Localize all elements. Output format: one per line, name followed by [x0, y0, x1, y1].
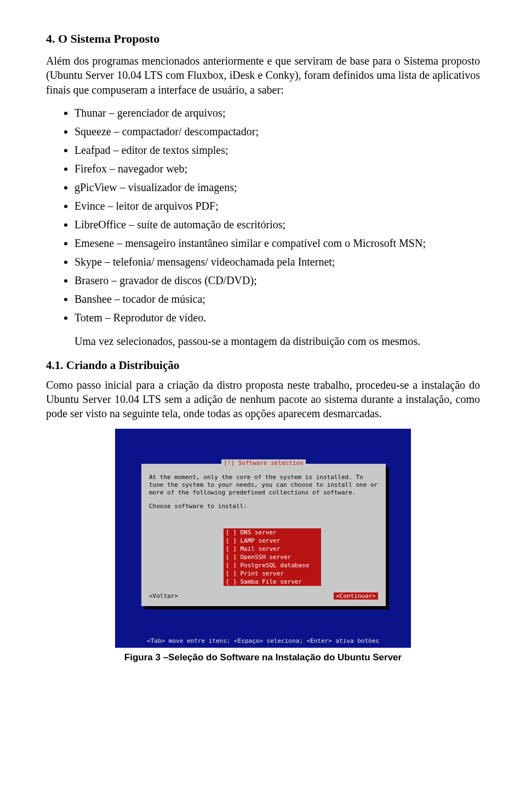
app-list-item: Evince – leitor de arquivos PDF; — [75, 198, 480, 215]
section-heading: 4. O Sistema Proposto — [46, 32, 480, 46]
section-intro: Além dos programas mencionados anteriorm… — [46, 54, 480, 97]
app-list-item: gPicView – visualizador de imagens; — [75, 179, 480, 196]
software-selection-dialog: [!] Software selection At the moment, on… — [141, 464, 386, 606]
continue-button[interactable]: <Continuar> — [334, 592, 378, 600]
dialog-description: At the moment, only the core of the syst… — [149, 474, 378, 497]
installer-screenshot: [!] Software selection At the moment, on… — [115, 429, 411, 648]
app-list-item: Leafpad – editor de textos simples; — [75, 142, 480, 159]
dialog-title: [!] Software selection — [141, 459, 386, 467]
app-list-item: LibreOffice – suíte de automação de escr… — [75, 216, 480, 233]
software-option[interactable]: [ ] Mail server — [224, 545, 321, 553]
app-list-item: Squeeze – compactador/ descompactador; — [75, 123, 480, 140]
software-options-list[interactable]: [ ] DNS server [ ] LAMP server [ ] Mail … — [224, 528, 321, 586]
after-list-text: Uma vez selecionados, passou-se a montag… — [75, 334, 480, 348]
software-option[interactable]: [ ] Print server — [224, 569, 321, 578]
software-option[interactable]: [ ] LAMP server — [224, 537, 321, 545]
app-list-item: Thunar – gerenciador de arquivos; — [75, 105, 480, 122]
software-option[interactable]: [ ] OpenSSH server — [224, 553, 321, 561]
subsection-heading: 4.1. Criando a Distribuição — [46, 359, 480, 372]
app-list-item: Emesene – mensageiro instantâneo similar… — [75, 235, 480, 252]
dialog-title-text: [!] Software selection — [221, 459, 306, 467]
app-list-item: Brasero – gravador de discos (CD/DVD); — [75, 272, 480, 289]
software-option[interactable]: [ ] PostgreSQL database — [224, 561, 321, 569]
app-list-item: Skype – telefonia/ mensagens/ videochama… — [75, 254, 480, 270]
software-option[interactable]: [ ] Samba File server — [224, 578, 321, 586]
app-list: Thunar – gerenciador de arquivos; Squeez… — [46, 105, 480, 326]
subsection-para: Como passo inicial para a criação da dis… — [46, 378, 480, 421]
dialog-choose-label: Choose software to install: — [149, 503, 378, 510]
app-list-item: Totem – Reprodutor de vídeo. — [75, 309, 480, 326]
app-list-item: Banshee – tocador de música; — [75, 291, 480, 308]
back-button[interactable]: <Voltar> — [149, 592, 178, 600]
app-list-item: Firefox – navegador web; — [75, 160, 480, 177]
figure-caption: Figura 3 –Seleção do Software na Instala… — [46, 652, 480, 663]
keyboard-hint: <Tab> move entre itens; <Espaço> selecio… — [115, 637, 411, 644]
software-option[interactable]: [ ] DNS server — [224, 528, 321, 537]
